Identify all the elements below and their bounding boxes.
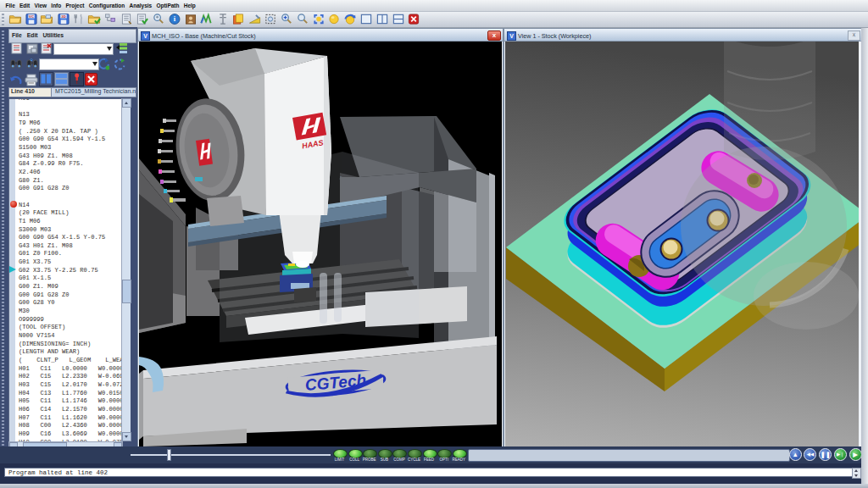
svg-text:VC: VC (29, 14, 34, 19)
svg-text:3D: 3D (61, 14, 65, 19)
